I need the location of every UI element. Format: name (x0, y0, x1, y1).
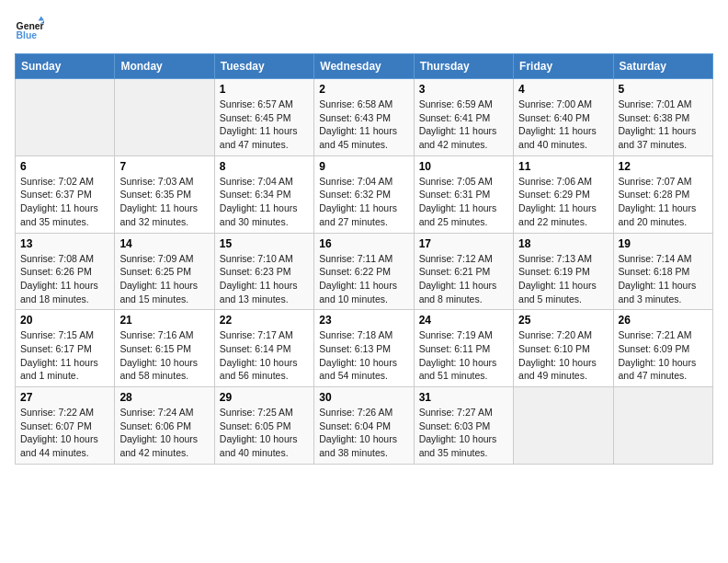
day-number: 14 (119, 237, 209, 250)
weekday-header: Wednesday (314, 54, 414, 79)
logo: General Blue (15, 15, 44, 44)
calendar-cell: 8Sunrise: 7:04 AM Sunset: 6:34 PM Daylig… (214, 155, 313, 233)
day-detail: Sunrise: 7:15 AM Sunset: 6:17 PM Dayligh… (20, 328, 109, 383)
day-detail: Sunrise: 7:18 AM Sunset: 6:13 PM Dayligh… (319, 328, 408, 383)
day-detail: Sunrise: 7:10 AM Sunset: 6:23 PM Dayligh… (220, 252, 309, 306)
day-detail: Sunrise: 7:20 AM Sunset: 6:10 PM Dayligh… (518, 328, 608, 383)
day-number: 17 (419, 237, 508, 250)
calendar-cell (514, 387, 613, 465)
day-detail: Sunrise: 7:04 AM Sunset: 6:34 PM Dayligh… (220, 175, 309, 229)
day-number: 28 (119, 391, 209, 404)
calendar-cell: 5Sunrise: 7:01 AM Sunset: 6:38 PM Daylig… (613, 79, 712, 156)
calendar-cell: 29Sunrise: 7:25 AM Sunset: 6:05 PM Dayli… (214, 387, 313, 465)
calendar-cell: 6Sunrise: 7:02 AM Sunset: 6:37 PM Daylig… (16, 155, 115, 233)
svg-marker-2 (39, 17, 44, 21)
calendar-cell: 15Sunrise: 7:10 AM Sunset: 6:23 PM Dayli… (214, 233, 313, 310)
day-number: 25 (518, 314, 608, 327)
day-number: 11 (518, 160, 608, 173)
day-detail: Sunrise: 7:26 AM Sunset: 6:04 PM Dayligh… (319, 406, 408, 460)
day-number: 23 (319, 314, 408, 327)
weekday-header: Sunday (16, 54, 115, 79)
day-number: 27 (20, 391, 109, 404)
day-detail: Sunrise: 7:21 AM Sunset: 6:09 PM Dayligh… (619, 328, 708, 383)
day-number: 12 (619, 160, 708, 173)
calendar-week-row: 6Sunrise: 7:02 AM Sunset: 6:37 PM Daylig… (16, 155, 713, 233)
calendar-cell: 21Sunrise: 7:16 AM Sunset: 6:15 PM Dayli… (115, 310, 214, 387)
day-number: 13 (20, 237, 109, 250)
calendar-cell: 17Sunrise: 7:12 AM Sunset: 6:21 PM Dayli… (414, 233, 513, 310)
day-detail: Sunrise: 7:25 AM Sunset: 6:05 PM Dayligh… (220, 406, 309, 460)
day-number: 18 (518, 237, 608, 250)
calendar-cell: 14Sunrise: 7:09 AM Sunset: 6:25 PM Dayli… (115, 233, 214, 310)
calendar-week-row: 1Sunrise: 6:57 AM Sunset: 6:45 PM Daylig… (16, 79, 713, 156)
day-number: 3 (419, 83, 508, 96)
day-number: 2 (319, 83, 408, 96)
day-detail: Sunrise: 7:07 AM Sunset: 6:28 PM Dayligh… (619, 175, 708, 229)
calendar-cell (115, 79, 214, 156)
day-detail: Sunrise: 6:57 AM Sunset: 6:45 PM Dayligh… (220, 98, 309, 152)
day-detail: Sunrise: 7:22 AM Sunset: 6:07 PM Dayligh… (20, 406, 109, 460)
day-detail: Sunrise: 7:11 AM Sunset: 6:22 PM Dayligh… (319, 252, 408, 306)
weekday-header: Monday (115, 54, 214, 79)
svg-text:Blue: Blue (17, 30, 38, 40)
calendar-cell: 26Sunrise: 7:21 AM Sunset: 6:09 PM Dayli… (613, 310, 712, 387)
calendar-cell: 4Sunrise: 7:00 AM Sunset: 6:40 PM Daylig… (514, 79, 613, 156)
calendar-cell: 27Sunrise: 7:22 AM Sunset: 6:07 PM Dayli… (16, 387, 115, 465)
calendar-cell: 25Sunrise: 7:20 AM Sunset: 6:10 PM Dayli… (514, 310, 613, 387)
day-number: 1 (220, 83, 309, 96)
calendar-cell: 20Sunrise: 7:15 AM Sunset: 6:17 PM Dayli… (16, 310, 115, 387)
day-detail: Sunrise: 7:14 AM Sunset: 6:18 PM Dayligh… (619, 252, 708, 306)
day-number: 16 (319, 237, 408, 250)
calendar-cell: 18Sunrise: 7:13 AM Sunset: 6:19 PM Dayli… (514, 233, 613, 310)
calendar-cell: 12Sunrise: 7:07 AM Sunset: 6:28 PM Dayli… (613, 155, 712, 233)
day-number: 19 (619, 237, 708, 250)
day-detail: Sunrise: 6:59 AM Sunset: 6:41 PM Dayligh… (419, 98, 508, 152)
calendar-cell: 19Sunrise: 7:14 AM Sunset: 6:18 PM Dayli… (613, 233, 712, 310)
day-number: 8 (220, 160, 309, 173)
day-number: 10 (419, 160, 508, 173)
weekday-header: Thursday (414, 54, 513, 79)
day-number: 21 (119, 314, 209, 327)
day-number: 30 (319, 391, 408, 404)
weekday-header: Friday (514, 54, 613, 79)
calendar-cell: 31Sunrise: 7:27 AM Sunset: 6:03 PM Dayli… (414, 387, 513, 465)
calendar-header-row: SundayMondayTuesdayWednesdayThursdayFrid… (16, 54, 713, 79)
day-detail: Sunrise: 7:27 AM Sunset: 6:03 PM Dayligh… (419, 406, 508, 460)
day-number: 4 (518, 83, 608, 96)
day-detail: Sunrise: 7:04 AM Sunset: 6:32 PM Dayligh… (319, 175, 408, 229)
day-detail: Sunrise: 7:13 AM Sunset: 6:19 PM Dayligh… (518, 252, 608, 306)
day-detail: Sunrise: 7:05 AM Sunset: 6:31 PM Dayligh… (419, 175, 508, 229)
calendar-cell: 11Sunrise: 7:06 AM Sunset: 6:29 PM Dayli… (514, 155, 613, 233)
calendar-cell (16, 79, 115, 156)
day-number: 7 (119, 160, 209, 173)
calendar-cell: 24Sunrise: 7:19 AM Sunset: 6:11 PM Dayli… (414, 310, 513, 387)
svg-text:General: General (17, 21, 44, 31)
day-detail: Sunrise: 7:12 AM Sunset: 6:21 PM Dayligh… (419, 252, 508, 306)
calendar-cell (613, 387, 712, 465)
day-detail: Sunrise: 7:08 AM Sunset: 6:26 PM Dayligh… (20, 252, 109, 306)
day-number: 15 (220, 237, 309, 250)
day-detail: Sunrise: 7:19 AM Sunset: 6:11 PM Dayligh… (419, 328, 508, 383)
day-detail: Sunrise: 7:03 AM Sunset: 6:35 PM Dayligh… (119, 175, 209, 229)
day-detail: Sunrise: 7:06 AM Sunset: 6:29 PM Dayligh… (518, 175, 608, 229)
calendar-cell: 16Sunrise: 7:11 AM Sunset: 6:22 PM Dayli… (314, 233, 414, 310)
weekday-header: Saturday (613, 54, 712, 79)
calendar-cell: 22Sunrise: 7:17 AM Sunset: 6:14 PM Dayli… (214, 310, 313, 387)
day-number: 24 (419, 314, 508, 327)
day-number: 29 (220, 391, 309, 404)
calendar-week-row: 27Sunrise: 7:22 AM Sunset: 6:07 PM Dayli… (16, 387, 713, 465)
day-detail: Sunrise: 7:00 AM Sunset: 6:40 PM Dayligh… (518, 98, 608, 152)
day-number: 31 (419, 391, 508, 404)
day-detail: Sunrise: 7:16 AM Sunset: 6:15 PM Dayligh… (119, 328, 209, 383)
day-detail: Sunrise: 6:58 AM Sunset: 6:43 PM Dayligh… (319, 98, 408, 152)
day-detail: Sunrise: 7:17 AM Sunset: 6:14 PM Dayligh… (220, 328, 309, 383)
day-detail: Sunrise: 7:09 AM Sunset: 6:25 PM Dayligh… (119, 252, 209, 306)
calendar-cell: 28Sunrise: 7:24 AM Sunset: 6:06 PM Dayli… (115, 387, 214, 465)
day-number: 20 (20, 314, 109, 327)
day-number: 22 (220, 314, 309, 327)
calendar-cell: 9Sunrise: 7:04 AM Sunset: 6:32 PM Daylig… (314, 155, 414, 233)
calendar-cell: 2Sunrise: 6:58 AM Sunset: 6:43 PM Daylig… (314, 79, 414, 156)
day-detail: Sunrise: 7:24 AM Sunset: 6:06 PM Dayligh… (119, 406, 209, 460)
calendar-week-row: 20Sunrise: 7:15 AM Sunset: 6:17 PM Dayli… (16, 310, 713, 387)
day-number: 26 (619, 314, 708, 327)
